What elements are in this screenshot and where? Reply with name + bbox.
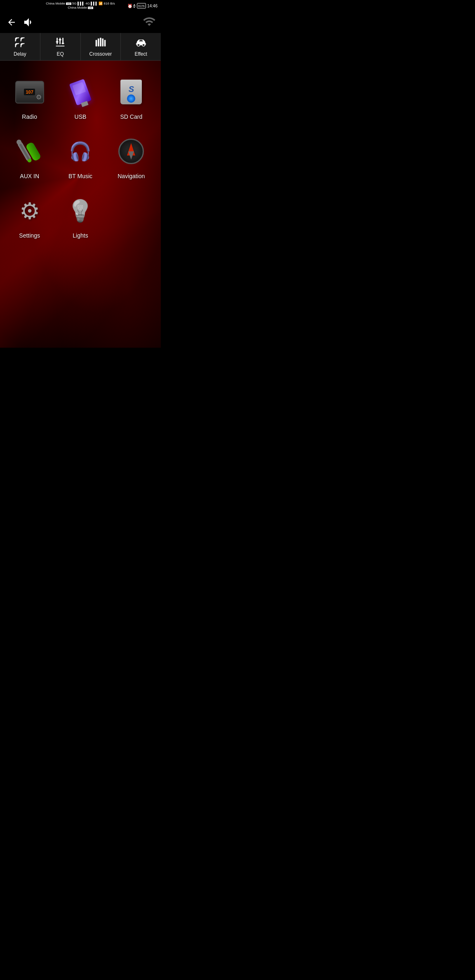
settings-icon: ⚙ — [13, 194, 46, 227]
empty-cell — [106, 188, 157, 247]
app-grid: Radio USB SD Card — [0, 61, 161, 255]
carrier1: China Mobile HD 5G ▌▌▌ 4G ▌▌▌ 📶 816 B/s — [46, 2, 115, 6]
header-bar — [0, 12, 161, 33]
app-settings[interactable]: ⚙ Settings — [4, 188, 55, 247]
app-radio[interactable]: Radio — [4, 69, 55, 128]
status-indicators: ⏰ ₿ 61% 14:46 — [127, 3, 158, 9]
svg-rect-10 — [102, 38, 103, 46]
svg-rect-7 — [96, 40, 97, 47]
app-navigation[interactable]: Navigation — [106, 128, 157, 188]
status-bar: China Mobile HD 5G ▌▌▌ 4G ▌▌▌ 📶 816 B/s … — [0, 0, 161, 12]
tab-eq-label: EQ — [56, 51, 63, 57]
tab-eq[interactable]: EQ — [40, 33, 81, 60]
tab-crossover[interactable]: Crossover — [81, 33, 121, 60]
svg-rect-14 — [136, 44, 146, 45]
tab-delay-label: Delay — [14, 51, 26, 57]
audio-tabs: Delay EQ — [0, 33, 161, 61]
delay-icon — [14, 36, 26, 49]
battery-icon: 61% — [137, 3, 146, 9]
settings-label: Settings — [19, 232, 40, 239]
lights-icon: 💡 — [64, 194, 97, 227]
sdcard-icon — [115, 75, 148, 108]
tab-effect-label: Effect — [134, 51, 147, 57]
svg-rect-6 — [56, 46, 65, 47]
carrier-info: China Mobile HD 5G ▌▌▌ 4G ▌▌▌ 📶 816 B/s … — [46, 2, 115, 10]
app-btmusic[interactable]: BT Music — [55, 128, 106, 188]
radio-label: Radio — [22, 113, 37, 120]
svg-rect-2 — [59, 38, 61, 45]
radio-icon — [13, 75, 46, 108]
app-lights[interactable]: 💡 Lights — [55, 188, 106, 247]
usb-icon — [64, 75, 97, 108]
eq-icon — [54, 36, 66, 49]
tab-effect[interactable]: Effect — [121, 33, 161, 60]
navigation-icon — [115, 135, 148, 168]
wifi-icon — [143, 15, 156, 30]
svg-rect-0 — [56, 38, 58, 45]
btmusic-icon — [64, 135, 97, 168]
app-auxin[interactable]: AUX IN — [4, 128, 55, 188]
bluetooth-icon: ₿ — [134, 4, 136, 8]
effect-icon — [135, 36, 147, 49]
auxin-label: AUX IN — [20, 173, 39, 179]
navigation-label: Navigation — [118, 173, 145, 179]
lights-label: Lights — [73, 232, 88, 239]
svg-rect-3 — [59, 39, 61, 40]
tab-delay[interactable]: Delay — [0, 33, 40, 60]
tab-crossover-label: Crossover — [89, 51, 112, 57]
alarm-icon: ⏰ — [127, 4, 132, 8]
app-sdcard[interactable]: SD Card — [106, 69, 157, 128]
svg-rect-8 — [98, 38, 99, 46]
auxin-icon — [13, 135, 46, 168]
btmusic-label: BT Music — [68, 173, 92, 179]
time-display: 14:46 — [147, 4, 158, 8]
svg-rect-5 — [62, 43, 64, 44]
svg-rect-11 — [104, 40, 106, 47]
svg-rect-1 — [56, 41, 59, 42]
usb-label: USB — [75, 113, 87, 120]
carrier2: China Mobile HD — [68, 6, 93, 10]
back-button[interactable] — [5, 16, 18, 29]
main-content: Radio USB SD Card — [0, 61, 161, 348]
volume-button[interactable] — [21, 15, 36, 30]
sdcard-label: SD Card — [120, 113, 142, 120]
svg-rect-9 — [100, 38, 101, 47]
crossover-icon — [95, 36, 106, 49]
app-usb[interactable]: USB — [55, 69, 106, 128]
